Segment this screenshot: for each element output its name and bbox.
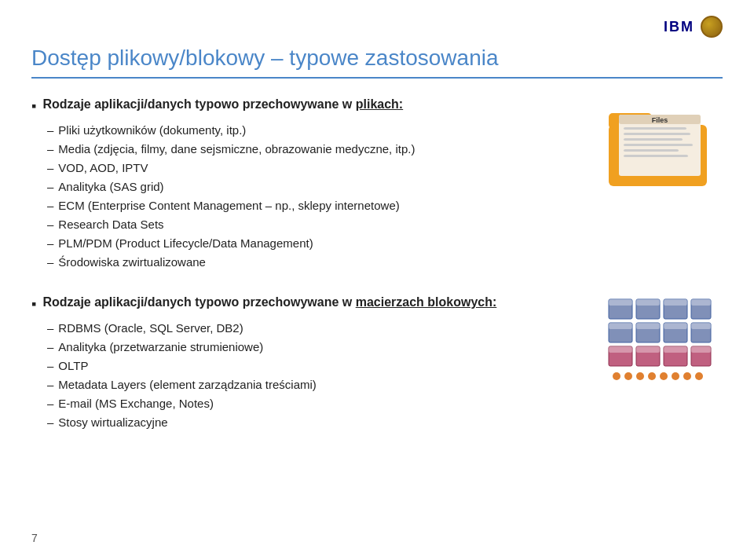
folder-svg-icon: Files [605,97,715,192]
svg-rect-35 [691,346,711,353]
section-files-title: Rodzaje aplikacji/danych typowo przechow… [31,97,581,115]
top-bar: IBM [31,16,723,38]
list-item: Metadata Layers (element zarządzania tre… [47,375,581,394]
list-item: Środowiska zwirtualizowane [47,253,581,272]
list-item: Analityka (przetwarzanie strumieniowe) [47,338,581,357]
section-blocks-list: RDBMS (Oracle, SQL Server, DB2) Analityk… [47,319,581,432]
list-item: VOD, AOD, IPTV [47,159,581,178]
svg-rect-25 [664,323,687,329]
list-item: Pliki użytkowników (dokumenty, itp.) [47,121,581,140]
svg-point-41 [672,372,679,380]
svg-rect-19 [691,299,711,306]
svg-point-37 [624,372,632,380]
svg-point-38 [636,372,644,380]
list-item: PLM/PDM (Product Lifecycle/Data Manageme… [47,234,581,253]
svg-rect-33 [664,346,687,353]
svg-rect-13 [609,299,632,306]
list-item: Stosy wirtualizacyjne [47,413,581,432]
svg-rect-21 [609,323,632,329]
folder-icon-container: Files [597,97,723,192]
blocks-icon-container [597,295,723,390]
svg-text:Files: Files [652,116,668,124]
svg-rect-7 [624,144,693,146]
list-item: ECM (Enterprise Content Management – np.… [47,196,581,215]
section-files: Rodzaje aplikacji/danych typowo przechow… [31,97,723,272]
svg-point-43 [695,372,703,380]
svg-rect-23 [636,323,660,329]
list-item: Research Data Sets [47,215,581,234]
section-files-text: Rodzaje aplikacji/danych typowo przechow… [31,97,581,272]
svg-point-36 [613,372,620,380]
files-underline: plikach: [356,97,403,111]
svg-point-40 [660,372,668,380]
svg-rect-27 [691,323,711,329]
blocks-svg-icon [605,295,715,390]
svg-rect-5 [624,133,690,135]
svg-rect-6 [624,138,683,141]
svg-rect-15 [636,299,660,306]
ibm-globe-icon [701,16,723,38]
svg-rect-31 [636,346,660,353]
section-blocks-title: Rodzaje aplikacji/danych typowo przechow… [31,295,581,313]
svg-point-39 [648,372,656,380]
section-files-list: Pliki użytkowników (dokumenty, itp.) Med… [47,121,581,272]
list-item: Media (zdjęcia, filmy, dane sejsmiczne, … [47,140,581,159]
page-title: Dostęp plikowy/blokowy – typowe zastosow… [31,46,723,79]
page-number: 7 [31,532,38,544]
svg-point-42 [683,372,691,380]
content-area: Rodzaje aplikacji/danych typowo przechow… [31,97,723,432]
list-item: Analityka (SAS grid) [47,178,581,196]
blocks-underline: macierzach blokowych: [356,295,497,309]
svg-rect-9 [624,155,688,157]
section-files-title-text: Rodzaje aplikacji/danych typowo przechow… [42,97,403,112]
list-item: OLTP [47,357,581,375]
list-item: E-mail (MS Exchange, Notes) [47,394,581,413]
svg-rect-29 [609,346,632,353]
svg-rect-8 [624,149,679,152]
section-blocks: Rodzaje aplikacji/danych typowo przechow… [31,295,723,432]
ibm-logo-text: IBM [664,19,694,35]
list-item: RDBMS (Oracle, SQL Server, DB2) [47,319,581,338]
section-blocks-title-text: Rodzaje aplikacji/danych typowo przechow… [42,295,496,309]
section-blocks-text: Rodzaje aplikacji/danych typowo przechow… [31,295,581,432]
svg-rect-4 [624,127,686,130]
svg-rect-17 [664,299,687,306]
